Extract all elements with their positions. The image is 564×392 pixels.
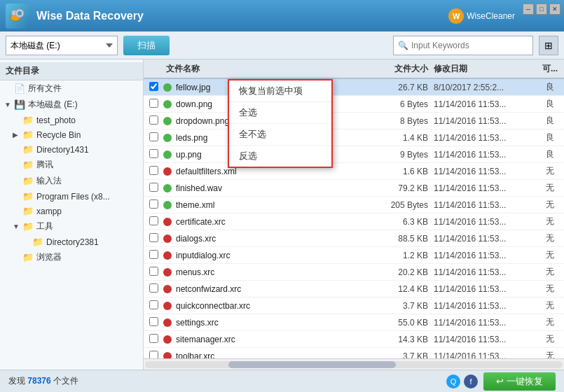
file-checkbox-13[interactable] [149,300,158,309]
file-rec-9: 无 [536,232,564,244]
file-date-12: 11/14/2016 11:53... [431,284,536,294]
file-size-7: 205 Bytes [361,200,431,210]
sidebar: 文件目录 📄所有文件▼💾本地磁盘 (E:)📁test_photo▶📁Recycl… [0,59,144,370]
file-row-4[interactable]: up.png9 Bytes11/14/2016 11:53...良 [144,146,564,163]
tree-icon-7: 📁 [22,191,34,202]
tree-icon-0: 📄 [14,83,25,94]
file-indicator-10 [163,251,172,260]
scan-button[interactable]: 扫描 [123,36,170,55]
wisecleaner-logo: W [448,8,464,24]
file-name-8: certificate.xrc [174,217,361,227]
file-rec-4: 良 [536,148,564,160]
tree-label-11: 浏览器 [36,251,62,263]
sidebar-item-4[interactable]: 📁Directory1431 [0,142,143,157]
file-row-10[interactable]: inputdialog.xrc1.2 KB11/14/2016 11:53...… [144,247,564,264]
facebook-icon[interactable]: f [464,374,478,388]
file-size-6: 79.2 KB [361,183,431,193]
file-checkbox-9[interactable] [149,233,158,242]
h-scroll-thumb[interactable] [228,361,395,368]
sidebar-item-0[interactable]: 📄所有文件 [0,80,143,97]
file-indicator-8 [163,218,172,226]
file-size-4: 9 Bytes [361,150,431,160]
sidebar-item-10[interactable]: 📁Directory2381 [0,234,143,249]
file-checkbox-10[interactable] [149,250,158,259]
context-menu-item-1[interactable]: 全选 [229,102,331,124]
file-row-5[interactable]: defaultfilters.xml1.6 KB11/14/2016 11:53… [144,163,564,180]
file-row-16[interactable]: toolbar.xrc3.7 KB11/14/2016 11:53...无 [144,348,564,358]
file-row-6[interactable]: finished.wav79.2 KB11/14/2016 11:53...无 [144,180,564,197]
sidebar-item-1[interactable]: ▼💾本地磁盘 (E:) [0,97,143,113]
file-row-8[interactable]: certificate.xrc6.3 KB11/14/2016 11:53...… [144,214,564,230]
file-date-0: 8/10/2017 2:55:2... [431,83,536,92]
file-name-10: inputdialog.xrc [174,251,361,260]
file-row-13[interactable]: quickconnectbar.xrc3.7 KB11/14/2016 11:5… [144,298,564,314]
file-rec-12: 无 [536,283,564,295]
tree-label-3: Recycle Bin [36,130,81,140]
file-indicator-4 [163,150,172,159]
tree-icon-3: 📁 [22,130,34,140]
file-checkbox-7[interactable] [149,200,158,209]
file-checkbox-3[interactable] [149,132,158,141]
file-row-15[interactable]: sitemanager.xrc14.3 KB11/14/2016 11:53..… [144,331,564,348]
sidebar-items: 📄所有文件▼💾本地磁盘 (E:)📁test_photo▶📁Recycle Bin… [0,80,143,265]
context-menu-item-2[interactable]: 全不选 [229,124,331,146]
file-checkbox-6[interactable] [149,183,158,192]
file-row-2[interactable]: dropdown.png8 Bytes11/14/2016 11:53...良 [144,113,564,130]
file-checkbox-14[interactable] [149,317,158,326]
file-row-12[interactable]: netconfwizard.xrc12.4 KB11/14/2016 11:53… [144,281,564,298]
file-row-3[interactable]: leds.png1.4 KB11/14/2016 11:53...良 [144,130,564,146]
file-indicator-11 [163,268,172,276]
file-rec-10: 无 [536,249,564,261]
restore-button[interactable]: ↩ 一键恢复 [483,372,556,391]
file-checkbox-2[interactable] [149,115,158,125]
sidebar-item-2[interactable]: 📁test_photo [0,113,143,127]
drive-select[interactable]: 本地磁盘 (E:) [6,36,118,55]
context-menu-item-0[interactable]: 恢复当前选中项 [229,80,331,102]
search-input[interactable] [411,41,523,50]
file-row-11[interactable]: menus.xrc20.2 KB11/14/2016 11:53...无 [144,264,564,281]
file-checkbox-8[interactable] [149,216,158,225]
tree-label-6: 输入法 [36,175,62,187]
file-row-14[interactable]: settings.xrc55.0 KB11/14/2016 11:53...无 [144,314,564,331]
sidebar-item-9[interactable]: ▼📁工具 [0,218,143,234]
tree-icon-9: 📁 [22,221,34,232]
file-rec-16: 无 [536,350,564,358]
file-indicator-6 [163,184,172,192]
file-checkbox-1[interactable] [149,99,158,108]
minimize-button[interactable]: ─ [523,4,534,15]
file-row-1[interactable]: down.png6 Bytes11/14/2016 11:53...良 [144,96,564,113]
search-box: 🔍 [393,36,533,55]
file-rec-3: 良 [536,132,564,144]
file-row-9[interactable]: dialogs.xrc88.5 KB11/14/2016 11:53...无 [144,230,564,247]
sidebar-item-5[interactable]: 📁腾讯 [0,157,143,173]
qq-icon[interactable]: Q [446,374,460,388]
tree-icon-6: 📁 [22,176,34,186]
maximize-button[interactable]: □ [536,4,547,15]
sidebar-item-7[interactable]: 📁Program Files (x8... [0,189,143,204]
close-button[interactable]: ✕ [549,4,560,15]
file-indicator-13 [163,302,172,310]
h-scrollbar[interactable] [144,358,564,370]
sidebar-item-8[interactable]: 📁xampp [0,204,143,218]
file-checkbox-16[interactable] [149,351,158,359]
file-checkbox-11[interactable] [149,267,158,276]
file-name-14: settings.xrc [174,318,361,328]
layout-button[interactable]: ⊞ [539,36,558,55]
sidebar-item-11[interactable]: 📁浏览器 [0,249,143,265]
sidebar-item-6[interactable]: 📁输入法 [0,173,143,189]
file-checkbox-12[interactable] [149,284,158,293]
tree-icon-5: 📁 [22,160,34,170]
file-checkbox-0[interactable] [149,82,158,91]
file-size-13: 3.7 KB [361,301,431,311]
file-date-14: 11/14/2016 11:53... [431,318,536,328]
sidebar-item-3[interactable]: ▶📁Recycle Bin [0,127,143,142]
file-checkbox-15[interactable] [149,334,158,343]
file-checkbox-4[interactable] [149,149,158,158]
file-list-header: 文件名称 文件大小 修改日期 可... [144,59,564,79]
file-row-0[interactable]: fellow.jpg26.7 KB8/10/2017 2:55:2...良 [144,79,564,96]
file-date-1: 11/14/2016 11:53... [431,99,536,109]
file-row-7[interactable]: theme.xml205 Bytes11/14/2016 11:53...无 [144,197,564,214]
tree-label-1: 本地磁盘 (E:) [28,99,78,111]
file-checkbox-5[interactable] [149,166,158,175]
context-menu-item-3[interactable]: 反选 [229,146,331,167]
